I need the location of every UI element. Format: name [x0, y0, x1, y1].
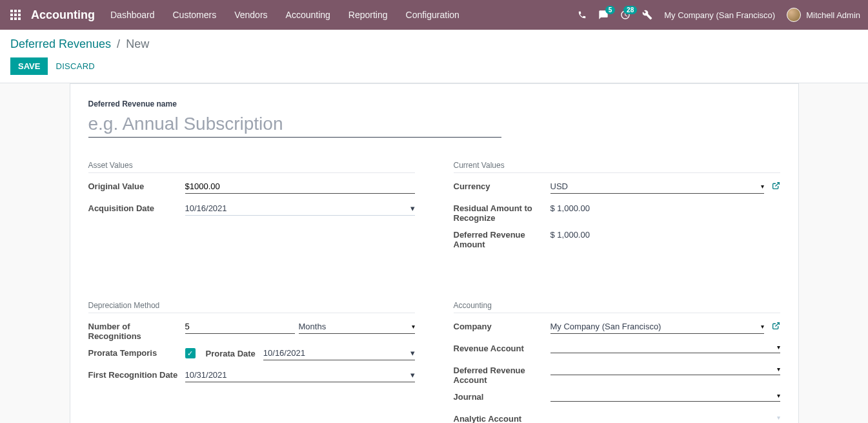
user-menu[interactable]: Mitchell Admin [787, 8, 860, 22]
accounting-heading: Accounting [454, 301, 780, 313]
action-buttons: SAVE DISCARD [10, 57, 858, 75]
discard-button[interactable]: DISCARD [56, 61, 95, 71]
save-button[interactable]: SAVE [10, 57, 48, 75]
prorata-label: Prorata Temporis [88, 346, 185, 358]
first-recognition-date-input[interactable]: 10/31/2021 ▾ [185, 368, 415, 382]
company-select[interactable]: My Company (San Francisco) ▾ [550, 320, 764, 334]
company-label: Company [454, 320, 550, 331]
currency-label: Currency [454, 180, 550, 191]
residual-label: Residual Amount to Recognize [454, 201, 550, 223]
acquisition-date-input[interactable]: 10/16/2021 ▾ [185, 201, 415, 216]
external-link-icon[interactable] [772, 322, 780, 332]
svg-rect-5 [18, 14, 21, 16]
activity-badge: 28 [623, 6, 637, 14]
svg-rect-4 [14, 14, 17, 16]
debug-icon[interactable] [642, 10, 652, 20]
num-recognitions-label: Number of Recognitions [88, 320, 185, 341]
activity-icon[interactable]: 28 [620, 10, 631, 20]
prorata-checkbox[interactable]: ✓ [185, 348, 196, 358]
original-value-label: Original Value [88, 180, 185, 191]
chevron-down-icon: ▾ [777, 366, 780, 373]
menu-configuration[interactable]: Configuration [406, 10, 459, 20]
menu-accounting[interactable]: Accounting [286, 10, 330, 20]
journal-select[interactable]: ▾ [550, 390, 780, 402]
app-title[interactable]: Accounting [31, 8, 95, 22]
prorata-date-label: Prorata Date [206, 349, 256, 358]
num-recognitions-unit-select[interactable]: Months ▾ [299, 320, 415, 334]
chat-icon[interactable]: 5 [598, 10, 609, 20]
asset-values-heading: Asset Values [88, 161, 415, 173]
form-sheet: Deferred Revenue name Asset Values Origi… [70, 83, 799, 423]
asset-values-group: Asset Values Original Value Acquisition … [88, 161, 415, 254]
chevron-down-icon: ▾ [410, 203, 415, 213]
apps-icon[interactable] [8, 7, 23, 23]
svg-rect-8 [18, 17, 21, 20]
deferred-account-label: Deferred Revenue Account [454, 364, 550, 385]
depreciation-group: Depreciation Method Number of Recognitio… [88, 301, 415, 423]
chevron-down-icon: ▾ [761, 183, 764, 190]
user-name: Mitchell Admin [806, 10, 860, 20]
svg-rect-2 [18, 10, 21, 12]
original-value-input[interactable] [185, 180, 415, 194]
currency-select[interactable]: USD ▾ [550, 180, 764, 194]
title-label: Deferred Revenue name [88, 99, 780, 108]
navbar-right: 5 28 My Company (San Francisco) Mitchell… [578, 8, 860, 22]
chevron-down-icon: ▾ [761, 323, 764, 330]
revenue-account-select[interactable]: ▾ [550, 342, 780, 353]
journal-label: Journal [454, 390, 550, 402]
menu-vendors[interactable]: Vendors [234, 10, 267, 20]
chevron-down-icon: ▾ [777, 414, 780, 421]
avatar [787, 8, 801, 22]
svg-line-9 [775, 183, 779, 187]
main-menu: Dashboard Customers Vendors Accounting R… [110, 10, 578, 20]
title-input[interactable] [88, 111, 501, 138]
current-values-group: Current Values Currency USD ▾ Residu [454, 161, 780, 254]
svg-rect-3 [10, 14, 13, 16]
menu-customers[interactable]: Customers [173, 10, 217, 20]
menu-reporting[interactable]: Reporting [348, 10, 388, 20]
chevron-down-icon: ▾ [410, 348, 415, 358]
svg-line-10 [775, 323, 779, 327]
navbar: Accounting Dashboard Customers Vendors A… [0, 0, 868, 30]
num-recognitions-input[interactable] [185, 320, 295, 334]
breadcrumb-current: New [126, 37, 149, 50]
svg-rect-7 [14, 17, 17, 20]
acquisition-date-label: Acquisition Date [88, 201, 185, 213]
phone-icon[interactable] [578, 10, 587, 19]
breadcrumb-parent[interactable]: Deferred Revenues [10, 37, 111, 50]
current-values-heading: Current Values [454, 161, 780, 173]
analytic-account-select[interactable]: ▾ [550, 412, 780, 423]
svg-rect-0 [10, 10, 13, 12]
chevron-down-icon: ▾ [777, 392, 780, 399]
breadcrumb-separator: / [117, 37, 120, 50]
chat-badge: 5 [605, 6, 616, 14]
first-recognition-label: First Recognition Date [88, 368, 185, 380]
deferred-account-select[interactable]: ▾ [550, 364, 780, 375]
breadcrumb: Deferred Revenues / New [10, 37, 858, 51]
control-panel: Deferred Revenues / New SAVE DISCARD [0, 30, 868, 83]
svg-rect-6 [10, 17, 13, 20]
deferred-amount-value: $ 1,000.00 [550, 228, 590, 242]
menu-dashboard[interactable]: Dashboard [110, 10, 155, 20]
prorata-date-input[interactable]: 10/16/2021 ▾ [263, 346, 415, 360]
chevron-down-icon: ▾ [410, 370, 415, 380]
chevron-down-icon: ▾ [412, 323, 415, 330]
form-container: Deferred Revenue name Asset Values Origi… [0, 83, 868, 423]
external-link-icon[interactable] [772, 181, 780, 192]
accounting-group: Accounting Company My Company (San Franc… [454, 301, 780, 423]
svg-rect-1 [14, 10, 17, 12]
company-selector[interactable]: My Company (San Francisco) [664, 10, 775, 20]
residual-value: $ 1,000.00 [550, 201, 590, 215]
depreciation-heading: Depreciation Method [88, 301, 415, 313]
revenue-account-label: Revenue Account [454, 342, 550, 353]
analytic-account-label: Analytic Account [454, 412, 550, 423]
deferred-amount-label: Deferred Revenue Amount [454, 228, 550, 249]
chevron-down-icon: ▾ [777, 344, 780, 351]
